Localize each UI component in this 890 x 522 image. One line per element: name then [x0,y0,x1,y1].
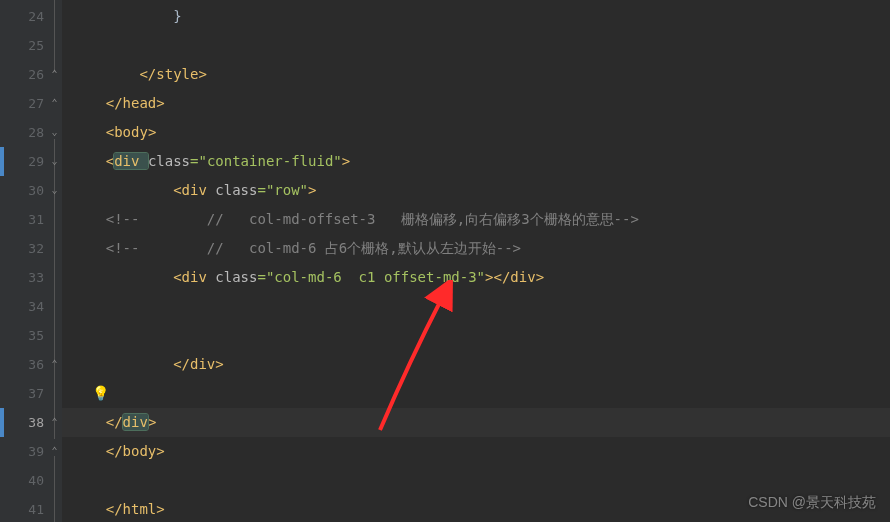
fold-column[interactable]: ⌃ ⌃ ⌄ ⌄ ⌄ ⌃ ⌃ ⌃ [48,0,62,522]
code-line[interactable]: </head> [62,89,890,118]
code-area[interactable]: } </style> </head> <body> <div class="co… [62,0,890,522]
code-line[interactable]: 💡 [62,379,890,408]
code-line[interactable] [62,466,890,495]
fold-handle-icon[interactable]: ⌃ [50,417,59,426]
code-line[interactable]: <div class="container-fluid"> [62,147,890,176]
bulb-icon[interactable]: 💡 [92,379,109,408]
code-line[interactable]: </body> [62,437,890,466]
code-line-current[interactable]: </div> [62,408,890,437]
code-line[interactable]: </div> [62,350,890,379]
fold-handle-icon[interactable]: ⌃ [50,69,59,78]
gutter[interactable]: 24 25 26 27 28 29 30 31 32 33 34 35 36 3… [0,0,62,522]
fold-handle-icon[interactable]: ⌃ [50,98,59,107]
change-marker [0,147,4,176]
fold-handle-icon[interactable]: ⌃ [50,359,59,368]
code-line[interactable] [62,321,890,350]
matching-tag-highlight: div [123,414,148,430]
code-line[interactable]: <!-- // col-md-6 占6个栅格,默认从左边开始--> [62,234,890,263]
fold-handle-icon[interactable]: ⌃ [50,446,59,455]
code-editor[interactable]: 24 25 26 27 28 29 30 31 32 33 34 35 36 3… [0,0,890,522]
code-line[interactable]: </style> [62,60,890,89]
fold-handle-icon[interactable]: ⌄ [50,127,59,136]
matching-tag-highlight: div [114,153,148,169]
code-line[interactable]: <body> [62,118,890,147]
code-line[interactable]: <div class="row"> [62,176,890,205]
code-line[interactable]: <div class="col-md-6 c1 offset-md-3"></d… [62,263,890,292]
fold-handle-icon[interactable]: ⌄ [50,185,59,194]
code-line[interactable]: } [62,2,890,31]
watermark: CSDN @景天科技苑 [748,494,876,512]
fold-handle-icon[interactable]: ⌄ [50,156,59,165]
code-line[interactable] [62,292,890,321]
code-line[interactable]: <!-- // col-md-offset-3 栅格偏移,向右偏移3个栅格的意思… [62,205,890,234]
change-marker [0,408,4,437]
code-line[interactable] [62,31,890,60]
